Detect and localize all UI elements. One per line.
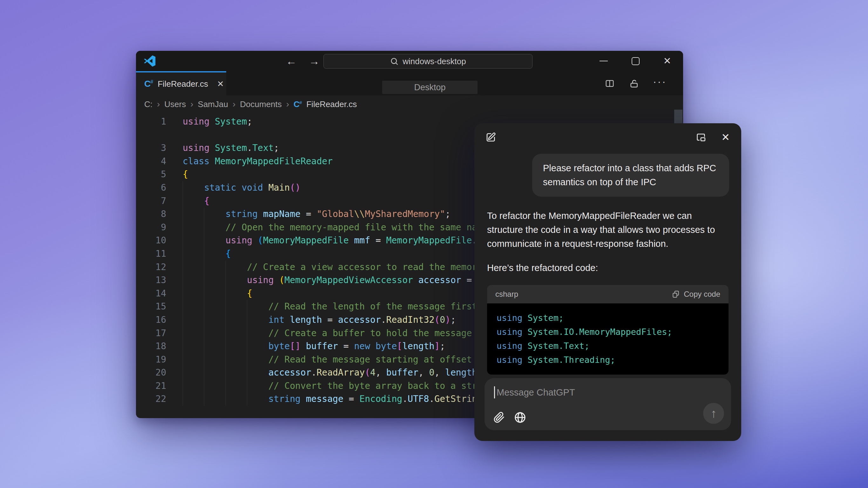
- indent-guide: [183, 313, 183, 327]
- maximize-icon: [631, 57, 640, 65]
- indent-guide: [225, 379, 226, 393]
- indent-guide: [225, 274, 226, 287]
- chatgpt-header: ✕: [474, 123, 741, 143]
- indent-guide: [183, 274, 183, 287]
- chevron-right-icon: ›: [190, 99, 193, 109]
- assistant-response-text: Here’s the refactored code:: [487, 261, 728, 275]
- indent-guide: [183, 221, 183, 234]
- assistant-response-text: To refactor the MemoryMappedFileReader w…: [487, 209, 728, 251]
- indent-guide: [225, 366, 226, 379]
- indent-guide: [183, 194, 183, 208]
- maximize-button[interactable]: [620, 51, 651, 71]
- search-value: windows-desktop: [403, 57, 466, 66]
- code-block: csharp Copy code using System;using Syst…: [487, 285, 728, 374]
- indent-guide: [247, 313, 247, 327]
- new-chat-icon[interactable]: [485, 131, 497, 143]
- line-number: 22: [136, 392, 166, 406]
- close-window-button[interactable]: ✕: [651, 51, 683, 71]
- indent-guide: [225, 327, 226, 340]
- line-number: 7: [136, 194, 166, 208]
- forward-icon[interactable]: →: [309, 55, 320, 67]
- breadcrumb: C: › Users › SamJau › Documents › C# Fil…: [136, 95, 683, 113]
- line-number: 8: [136, 208, 166, 221]
- breadcrumb-item[interactable]: SamJau: [198, 99, 228, 109]
- copy-code-button[interactable]: Copy code: [672, 290, 720, 299]
- input-placeholder: Message ChatGPT: [497, 387, 575, 398]
- indent-guide: [204, 327, 204, 340]
- indent-guide: [204, 274, 204, 287]
- breadcrumb-file[interactable]: FileReader.cs: [306, 99, 357, 109]
- indent-guide: [225, 261, 226, 274]
- copy-code-label: Copy code: [684, 290, 720, 299]
- minimize-icon: [599, 61, 608, 61]
- indent-guide: [204, 261, 204, 274]
- minimize-button[interactable]: [588, 51, 620, 71]
- line-number: 18: [136, 340, 166, 353]
- csharp-file-icon: C#: [293, 100, 302, 108]
- line-number: 6: [136, 181, 166, 194]
- indent-guide: [247, 353, 247, 366]
- indent-guide: [183, 181, 183, 194]
- indent-guide: [225, 300, 226, 313]
- line-number: 20: [136, 366, 166, 379]
- line-number: 4: [136, 155, 166, 168]
- indent-guide: [183, 234, 183, 247]
- indent-guide: [225, 287, 226, 300]
- indent-guide: [204, 353, 204, 366]
- tab-filereader[interactable]: C# FileReader.cs ✕: [136, 71, 226, 95]
- more-actions-icon[interactable]: ···: [653, 76, 666, 87]
- indent-guide: [183, 379, 183, 393]
- text-cursor: [494, 386, 495, 398]
- chatgpt-panel: ✕ Please refactor into a class that adds…: [474, 123, 741, 441]
- line-number: 13: [136, 274, 166, 287]
- indent-guide: [247, 392, 247, 406]
- split-editor-icon[interactable]: [604, 79, 615, 88]
- chevron-right-icon: ›: [157, 99, 160, 109]
- picture-in-picture-icon[interactable]: [695, 132, 707, 143]
- send-button[interactable]: ↑: [703, 403, 724, 424]
- indent-guide: [204, 234, 204, 247]
- search-command-center[interactable]: windows-desktop: [323, 54, 532, 69]
- indent-guide: [225, 353, 226, 366]
- indent-guide: [204, 366, 204, 379]
- line-number: 17: [136, 327, 166, 340]
- attach-file-icon[interactable]: [493, 412, 505, 423]
- line-number: 1: [136, 115, 166, 128]
- unlock-icon[interactable]: [629, 78, 639, 88]
- indent-guide: [204, 287, 204, 300]
- indent-guide: [204, 313, 204, 327]
- message-input[interactable]: Message ChatGPT ↑: [485, 378, 731, 430]
- breadcrumb-item[interactable]: C:: [144, 99, 153, 109]
- indent-guide: [183, 208, 183, 221]
- close-panel-icon[interactable]: ✕: [721, 132, 730, 142]
- breadcrumb-item[interactable]: Documents: [240, 99, 282, 109]
- line-number: 19: [136, 353, 166, 366]
- indent-guide: [225, 392, 226, 406]
- indent-guide: [204, 221, 204, 234]
- line-number: 14: [136, 287, 166, 300]
- tab-close-icon[interactable]: ✕: [217, 79, 224, 89]
- indent-guide: [204, 392, 204, 406]
- desktop-label: Desktop: [382, 81, 477, 94]
- desktop: { "colors":{"accent_tab_blue":"#2b8ce3",…: [0, 0, 868, 488]
- vscode-logo-icon: [144, 55, 156, 67]
- tab-label: FileReader.cs: [158, 79, 208, 89]
- user-message-bubble: Please refactor into a class that adds R…: [532, 154, 729, 197]
- copy-icon: [672, 290, 680, 298]
- back-icon[interactable]: ←: [286, 55, 297, 67]
- chat-code-line: using System.IO.MemoryMappedFiles;: [497, 325, 719, 339]
- chat-code-line: using System.Threading;: [497, 353, 719, 367]
- send-arrow-icon: ↑: [711, 407, 717, 420]
- globe-icon[interactable]: [514, 411, 526, 424]
- indent-guide: [247, 340, 247, 353]
- chat-code-line: using System;: [497, 311, 719, 325]
- line-number: 12: [136, 261, 166, 274]
- search-icon: [390, 57, 399, 66]
- indent-guide: [183, 327, 183, 340]
- csharp-file-icon: C#: [144, 80, 153, 88]
- tab-bar: C# FileReader.cs ✕ Desktop ···: [136, 71, 683, 95]
- indent-guide: [225, 340, 226, 353]
- indent-guide: [183, 287, 183, 300]
- breadcrumb-item[interactable]: Users: [164, 99, 186, 109]
- indent-guide: [204, 247, 204, 261]
